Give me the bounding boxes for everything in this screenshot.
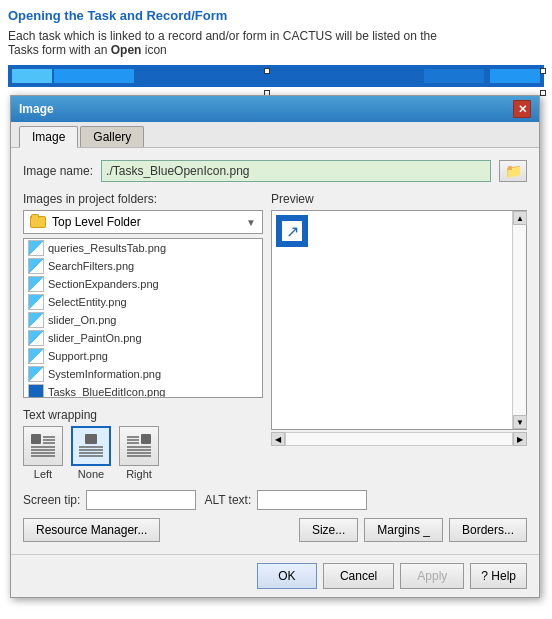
cancel-button[interactable]: Cancel — [323, 563, 394, 589]
preview-scrollbar[interactable]: ▲ ▼ — [512, 211, 526, 429]
scroll-up-button[interactable]: ▲ — [513, 211, 527, 225]
right-column: Preview ↗ ▲ ▼ — [271, 192, 527, 480]
resource-manager-button[interactable]: Resource Manager... — [23, 518, 160, 542]
bg-text: Each task which is linked to a record an… — [8, 29, 544, 57]
tab-image[interactable]: Image — [19, 126, 78, 148]
file-item[interactable]: SystemInformation.png — [24, 365, 262, 383]
screen-tip-group: Screen tip: — [23, 490, 196, 510]
tab-gallery[interactable]: Gallery — [80, 126, 144, 147]
resize-handle-br[interactable] — [540, 90, 546, 96]
resize-handle-right[interactable] — [540, 68, 546, 74]
wrap-left-button[interactable]: Left — [23, 426, 63, 480]
folder-dropdown[interactable]: Top Level Folder ▼ — [23, 210, 263, 234]
svg-rect-0 — [31, 434, 41, 444]
file-item[interactable]: slider_PaintOn.png — [24, 329, 262, 347]
file-thumb — [28, 258, 44, 274]
scroll-left-button[interactable]: ◀ — [271, 432, 285, 446]
hscroll-track — [285, 432, 513, 446]
file-thumb — [28, 366, 44, 382]
alt-text-group: ALT text: — [204, 490, 367, 510]
wrap-right-icon — [119, 426, 159, 466]
file-thumb — [28, 348, 44, 364]
action-buttons: Resource Manager... Size... Margins _ Bo… — [23, 518, 527, 542]
image-name-input[interactable] — [101, 160, 491, 182]
browse-icon: 📁 — [505, 163, 522, 179]
bottom-fields: Screen tip: ALT text: — [23, 490, 527, 510]
image-name-row: Image name: 📁 — [23, 160, 527, 182]
apply-button[interactable]: Apply — [400, 563, 464, 589]
file-thumb — [28, 240, 44, 256]
image-dialog: Image ✕ Image Gallery Image name: 📁 Ima — [10, 95, 540, 598]
screen-tip-label: Screen tip: — [23, 493, 80, 507]
folder-name: Top Level Folder — [52, 215, 240, 229]
images-in-project-label: Images in project folders: — [23, 192, 263, 206]
alt-text-input[interactable] — [257, 490, 367, 510]
tab-bar: Image Gallery — [11, 122, 539, 148]
dialog-title: Image — [19, 102, 54, 116]
file-thumb — [28, 294, 44, 310]
file-thumb — [28, 312, 44, 328]
wrap-none-icon — [71, 426, 111, 466]
wrap-none-label: None — [78, 468, 104, 480]
wrap-left-icon — [23, 426, 63, 466]
file-item[interactable]: Tasks_BlueEditIcon.png — [24, 383, 262, 398]
file-list[interactable]: queries_ResultsTab.png SearchFilters.png… — [23, 238, 263, 398]
image-name-label: Image name: — [23, 164, 93, 178]
scroll-down-button[interactable]: ▼ — [513, 415, 527, 429]
bg-title: Opening the Task and Record/Form — [8, 8, 544, 23]
preview-arrow-icon: ↗ — [286, 222, 299, 241]
text-wrapping-label: Text wrapping — [23, 408, 263, 422]
preview-label: Preview — [271, 192, 527, 206]
alt-text-label: ALT text: — [204, 493, 251, 507]
wrap-none-button[interactable]: None — [71, 426, 111, 480]
scrollbar-track — [513, 225, 526, 415]
file-thumb — [28, 276, 44, 292]
dialog-title-bar: Image ✕ — [11, 96, 539, 122]
preview-area: ↗ ▲ ▼ — [271, 210, 527, 430]
left-column: Images in project folders: Top Level Fol… — [23, 192, 263, 480]
file-item[interactable]: SelectEntity.png — [24, 293, 262, 311]
scroll-right-button[interactable]: ▶ — [513, 432, 527, 446]
size-button[interactable]: Size... — [299, 518, 358, 542]
file-thumb — [28, 330, 44, 346]
text-wrapping-section: Text wrapping — [23, 408, 263, 480]
folder-icon — [30, 216, 46, 228]
help-button[interactable]: ? Help — [470, 563, 527, 589]
wrap-left-svg — [29, 432, 57, 460]
file-item[interactable]: queries_ResultsTab.png — [24, 239, 262, 257]
file-thumb — [28, 384, 44, 398]
resize-handle[interactable] — [264, 68, 270, 74]
ok-button[interactable]: OK — [257, 563, 317, 589]
browse-button[interactable]: 📁 — [499, 160, 527, 182]
wrap-right-svg — [125, 432, 153, 460]
bg-toolbar — [8, 65, 544, 87]
wrap-right-label: Right — [126, 468, 152, 480]
dialog-footer: OK Cancel Apply ? Help — [11, 554, 539, 597]
file-item[interactable]: SectionExpanders.png — [24, 275, 262, 293]
file-item[interactable]: slider_On.png — [24, 311, 262, 329]
wrap-none-svg — [77, 432, 105, 460]
dialog-body: Image name: 📁 Images in project folders:… — [11, 148, 539, 554]
borders-button[interactable]: Borders... — [449, 518, 527, 542]
svg-rect-8 — [85, 434, 97, 444]
wrap-buttons: Left — [23, 426, 263, 480]
wrap-left-label: Left — [34, 468, 52, 480]
file-item[interactable]: Support.png — [24, 347, 262, 365]
dialog-close-button[interactable]: ✕ — [513, 100, 531, 118]
dropdown-arrow-icon: ▼ — [246, 217, 256, 228]
screen-tip-input[interactable] — [86, 490, 196, 510]
file-item[interactable]: SearchFilters.png — [24, 257, 262, 275]
wrap-right-button[interactable]: Right — [119, 426, 159, 480]
preview-hscroll[interactable]: ◀ ▶ — [271, 432, 527, 446]
main-columns: Images in project folders: Top Level Fol… — [23, 192, 527, 480]
preview-image: ↗ — [276, 215, 308, 247]
svg-rect-13 — [141, 434, 151, 444]
margins-button[interactable]: Margins _ — [364, 518, 443, 542]
